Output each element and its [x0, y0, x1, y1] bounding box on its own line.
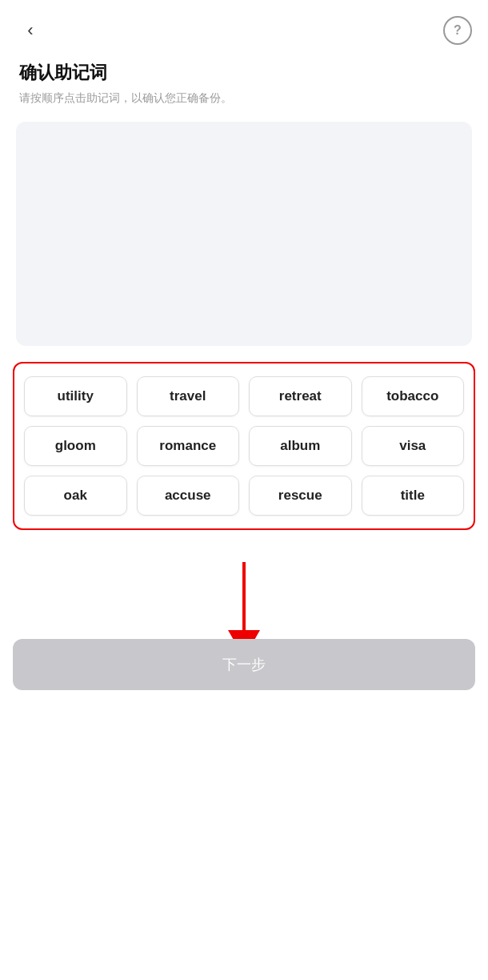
word-chip[interactable]: rescue [249, 476, 352, 516]
help-button[interactable]: ? [443, 16, 472, 45]
word-grid-container: utilitytravelretreattobaccogloomromancea… [13, 362, 475, 530]
word-chip[interactable]: visa [362, 426, 465, 466]
top-nav: ‹ ? [0, 0, 488, 53]
bottom-section: 下一步 [0, 546, 488, 706]
word-grid: utilitytravelretreattobaccogloomromancea… [21, 373, 467, 519]
word-chip[interactable]: accuse [137, 476, 240, 516]
page-subtitle: 请按顺序点击助记词，以确认您正确备份。 [19, 91, 469, 106]
help-icon: ? [454, 23, 462, 38]
word-display-area [16, 122, 472, 346]
back-arrow-icon: ‹ [27, 20, 33, 41]
word-chip[interactable]: retreat [249, 376, 352, 416]
word-chip[interactable]: travel [137, 376, 240, 416]
word-chip[interactable]: oak [24, 476, 127, 516]
header-section: 确认助记词 请按顺序点击助记词，以确认您正确备份。 [0, 53, 488, 122]
word-chip[interactable]: gloom [24, 426, 127, 466]
back-button[interactable]: ‹ [16, 16, 45, 45]
page-title: 确认助记词 [19, 61, 469, 85]
word-chip[interactable]: title [362, 476, 465, 516]
word-chip[interactable]: utility [24, 376, 127, 416]
word-chip[interactable]: album [249, 426, 352, 466]
word-chip[interactable]: romance [137, 426, 240, 466]
word-chip[interactable]: tobacco [362, 376, 465, 416]
next-button[interactable]: 下一步 [13, 639, 475, 690]
